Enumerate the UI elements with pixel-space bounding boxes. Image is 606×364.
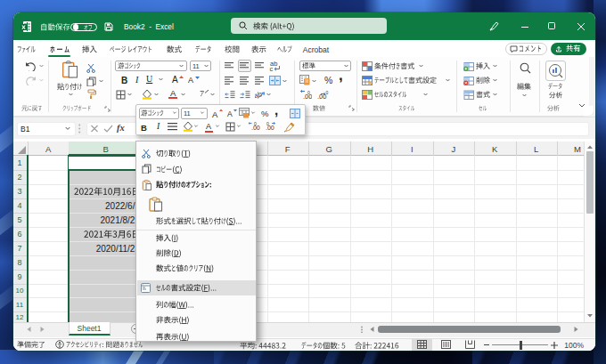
svg-text:0: 0 — [326, 90, 329, 95]
svg-text:0: 0 — [254, 122, 257, 126]
svg-text:0: 0 — [307, 90, 310, 95]
svg-text:0: 0 — [266, 122, 269, 126]
